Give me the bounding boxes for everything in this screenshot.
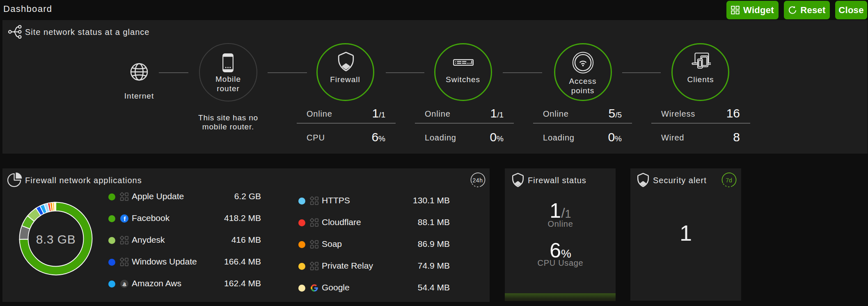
svg-text:7d: 7d	[726, 177, 732, 184]
svg-text:24h: 24h	[473, 177, 483, 184]
